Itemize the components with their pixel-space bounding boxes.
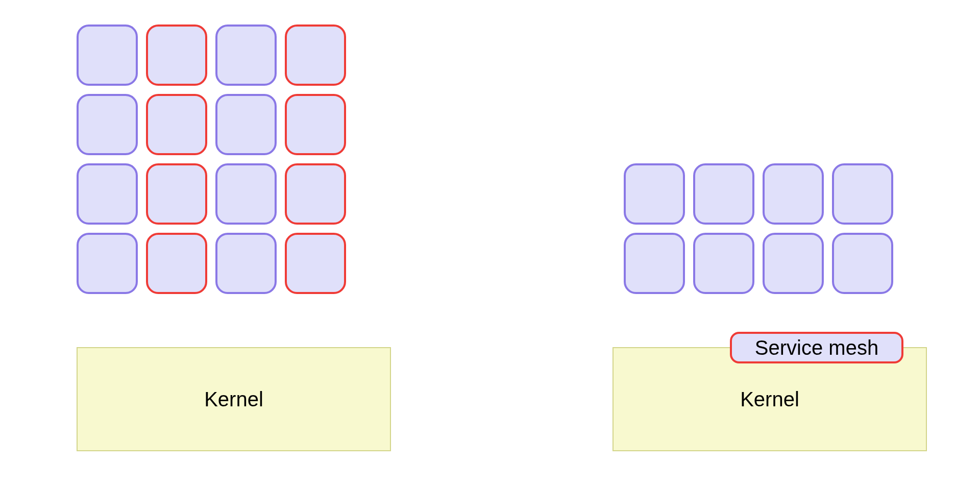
left-grid-cell xyxy=(146,25,207,86)
left-kernel-box: Kernel xyxy=(77,347,391,451)
right-grid-cell xyxy=(693,163,754,225)
left-grid-cell xyxy=(146,94,207,155)
left-grid-cell xyxy=(285,94,346,155)
right-grid-cell xyxy=(624,233,685,294)
right-grid-cell xyxy=(763,163,824,225)
left-grid xyxy=(77,25,346,294)
right-grid-cell xyxy=(693,233,754,294)
right-kernel-label: Kernel xyxy=(740,388,799,411)
left-grid-cell xyxy=(77,94,138,155)
right-grid-cell xyxy=(832,233,893,294)
right-grid-cell xyxy=(624,163,685,225)
left-grid-cell xyxy=(215,25,277,86)
left-grid-cell xyxy=(77,163,138,225)
left-grid-cell xyxy=(285,233,346,294)
left-grid-cell xyxy=(215,163,277,225)
left-grid-cell xyxy=(285,25,346,86)
service-mesh-label-box: Service mesh xyxy=(730,332,903,363)
left-grid-cell xyxy=(215,94,277,155)
right-grid-cell xyxy=(832,163,893,225)
right-grid-cell xyxy=(763,233,824,294)
left-grid-cell xyxy=(146,163,207,225)
left-grid-cell xyxy=(146,233,207,294)
right-grid xyxy=(624,163,893,294)
left-grid-cell xyxy=(215,233,277,294)
left-grid-cell xyxy=(285,163,346,225)
service-mesh-label: Service mesh xyxy=(755,336,878,359)
left-grid-cell xyxy=(77,233,138,294)
left-grid-cell xyxy=(77,25,138,86)
left-kernel-label: Kernel xyxy=(204,388,263,411)
